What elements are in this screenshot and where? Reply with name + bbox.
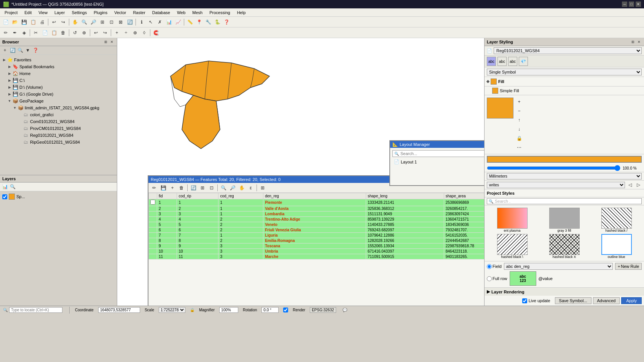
attr-refresh-btn[interactable]: 🔄: [189, 184, 198, 192]
coordinate-input[interactable]: [98, 307, 140, 313]
undo-edits-btn[interactable]: ↩: [92, 29, 100, 37]
attr-add-row-btn[interactable]: +: [168, 184, 177, 192]
styling-float-btn[interactable]: ⊞: [630, 39, 636, 45]
redo-btn[interactable]: ↪: [59, 18, 67, 26]
new-project-btn[interactable]: 📄: [2, 18, 10, 26]
new-rule-btn[interactable]: + New Rule: [615, 263, 642, 270]
tree-drive-g[interactable]: ▶ 💾 G:\ (Google Drive): [2, 91, 115, 98]
save-symbol-btn[interactable]: Save Symbol...: [555, 297, 591, 304]
col-fid[interactable]: fid: [157, 193, 177, 199]
measure-btn[interactable]: 📏: [186, 18, 194, 26]
identify-btn[interactable]: ℹ: [137, 18, 146, 26]
python-btn[interactable]: 🐍: [213, 18, 222, 26]
symbol-btn-6[interactable]: ⋯: [515, 143, 523, 152]
attr-save-btn[interactable]: 💾: [159, 184, 167, 192]
layer-visibility-check[interactable]: [2, 194, 7, 199]
renderer-dropdown[interactable]: Single Symbol: [487, 69, 642, 75]
map-canvas[interactable]: 📐 Layout Manager ─ □ ✕ 🔍 📄 Layout: [117, 38, 484, 306]
pan-btn[interactable]: ✋: [71, 18, 79, 26]
field-select[interactable]: abc den_reg: [504, 263, 613, 270]
tree-geopackage[interactable]: ▼ 📦 GeoPackage: [2, 98, 115, 104]
style-tab-abc3[interactable]: abc: [508, 57, 517, 66]
browser-add-btn[interactable]: +: [2, 47, 8, 54]
browser-refresh-btn[interactable]: 🔄: [9, 47, 16, 54]
help-btn[interactable]: ❓: [222, 18, 231, 26]
layout-manager-search-input[interactable]: [400, 151, 484, 156]
add-feature-btn[interactable]: +: [113, 29, 121, 37]
move-features-btn[interactable]: ⊕: [80, 29, 88, 37]
copy-features-btn[interactable]: 📄: [41, 29, 49, 37]
preset-hatch-diag[interactable]: hashed black /: [591, 208, 642, 232]
attr-dock-btn[interactable]: ⊞: [258, 184, 267, 192]
minimize-button[interactable]: ─: [622, 2, 627, 7]
menu-plugins[interactable]: Plugins: [91, 10, 110, 16]
tree-colori[interactable]: ▶ 🗂 colori_grafici: [2, 111, 115, 118]
rotate-features-btn[interactable]: ↺: [71, 29, 79, 37]
undo-btn[interactable]: ↩: [50, 18, 58, 26]
preset-gray[interactable]: gray 3 fill: [539, 208, 590, 232]
col-shape-area[interactable]: shape_area: [444, 193, 484, 199]
open-project-btn[interactable]: 📂: [11, 18, 19, 26]
save-as-btn[interactable]: 📋: [29, 18, 37, 26]
tree-com[interactable]: ▶ 🗂 Com01012021_WGS84: [2, 118, 115, 125]
advanced-btn[interactable]: Advanced: [593, 297, 620, 304]
print-btn[interactable]: 🖨: [38, 18, 46, 26]
split-features-btn[interactable]: ÷: [122, 29, 130, 37]
paste-features-btn[interactable]: 📋: [50, 29, 58, 37]
layers-open-attr-btn[interactable]: 📊: [2, 183, 8, 190]
menu-vector[interactable]: Vector: [111, 10, 129, 16]
messages-btn[interactable]: 💬: [341, 306, 349, 314]
color-preview-bar[interactable]: [487, 156, 642, 163]
col-cod-reg[interactable]: cod_reg: [218, 193, 263, 199]
preset-hatch-cross[interactable]: hashed black X: [539, 234, 590, 259]
browser-collapse-btn[interactable]: ▼: [24, 47, 31, 54]
render-checkbox[interactable]: [283, 308, 288, 312]
menu-settings[interactable]: Settings: [69, 10, 90, 16]
radio-fullrow[interactable]: Full row: [487, 276, 507, 281]
col-den-reg[interactable]: den_reg: [263, 193, 366, 199]
menu-web[interactable]: Web: [174, 10, 188, 16]
maximize-button[interactable]: □: [629, 2, 634, 7]
open-table-btn[interactable]: 📊: [165, 18, 173, 26]
symbol-btn-2[interactable]: −: [515, 107, 523, 115]
preset-gradient[interactable]: ent plasma: [487, 208, 537, 232]
save-project-btn[interactable]: 💾: [20, 18, 28, 26]
digitize-btn[interactable]: ✒: [11, 29, 19, 37]
menu-project[interactable]: Project: [2, 10, 21, 16]
vertex-editor-btn[interactable]: ◊: [140, 29, 148, 37]
writes-btn-1[interactable]: ◁: [626, 181, 633, 188]
layer-dropdown[interactable]: Reg01012021_WGS84: [494, 47, 642, 54]
zoom-selection-btn[interactable]: ⊡: [107, 18, 116, 26]
symbol-btn-5[interactable]: 🔒: [515, 134, 523, 143]
statistics-btn[interactable]: 📈: [174, 18, 182, 26]
browser-float-btn[interactable]: ⊞: [103, 39, 108, 45]
styling-close-btn[interactable]: ✕: [636, 39, 642, 45]
live-update-checkbox[interactable]: [522, 298, 527, 303]
radio-fullrow-input[interactable]: [487, 276, 492, 281]
col-cod-rip[interactable]: cod_rip: [177, 193, 218, 199]
tree-reg[interactable]: ▶ 🗂 Reg01012021_WGS84: [2, 132, 115, 139]
attr-zoom-to-btn[interactable]: 🔎: [228, 184, 237, 192]
menu-layer[interactable]: Layer: [51, 10, 68, 16]
menu-database[interactable]: Database: [149, 10, 173, 16]
tree-home[interactable]: ▶ 🏠 Home: [2, 70, 115, 77]
coordinate-capture-btn[interactable]: 📍: [195, 18, 203, 26]
symbol-btn-4[interactable]: ↓: [515, 125, 523, 133]
zoom-layer-btn[interactable]: ⊠: [116, 18, 125, 26]
menu-edit[interactable]: Edit: [21, 10, 35, 16]
menu-mesh[interactable]: Mesh: [189, 10, 206, 16]
scale-select[interactable]: 1:7252278: [159, 307, 185, 313]
zoom-out-btn[interactable]: 🔎: [89, 18, 97, 26]
close-button[interactable]: ✕: [636, 2, 641, 7]
opacity-slider[interactable]: [487, 165, 620, 171]
tree-prov[interactable]: ▶ 🗂 ProvCM01012021_WGS84: [2, 125, 115, 132]
symbol-btn-3[interactable]: ↑: [515, 116, 523, 124]
select-btn[interactable]: ↖: [147, 18, 155, 26]
symbol-btn-1[interactable]: +: [515, 98, 523, 106]
attr-deselect-btn[interactable]: ⊡: [207, 184, 216, 192]
browser-help-btn[interactable]: ❓: [32, 47, 39, 54]
tree-drive-c[interactable]: ▶ 💾 C:\: [2, 77, 115, 84]
row-checkbox[interactable]: [150, 200, 155, 205]
layer-item-reg[interactable]: Sp...: [2, 193, 115, 200]
layers-filter-btn[interactable]: 🔍: [9, 183, 16, 190]
